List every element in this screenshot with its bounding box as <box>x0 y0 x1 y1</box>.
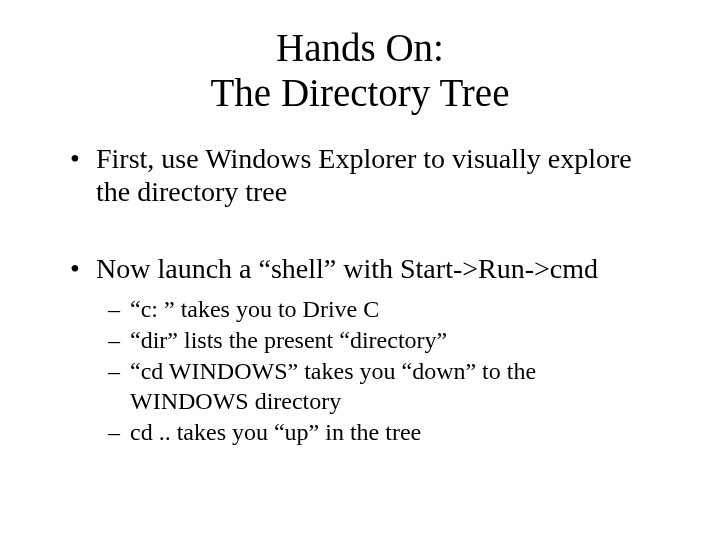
sub-bullet-text: cd .. takes you “up” in the tree <box>130 419 421 445</box>
sub-bullet-text: “cd WINDOWS” takes you “down” to the WIN… <box>130 358 536 413</box>
list-item: “cd WINDOWS” takes you “down” to the WIN… <box>104 357 660 416</box>
list-item: “c: ” takes you to Drive C <box>104 295 660 324</box>
sub-bullet-list: “c: ” takes you to Drive C “dir” lists t… <box>104 295 660 447</box>
title-line-2: The Directory Tree <box>211 71 510 114</box>
sub-bullet-text: “dir” lists the present “directory” <box>130 327 447 353</box>
list-item: Now launch a “shell” with Start->Run->cm… <box>60 252 660 447</box>
sub-bullet-text: “c: ” takes you to Drive C <box>130 296 379 322</box>
list-item: cd .. takes you “up” in the tree <box>104 418 660 447</box>
slide-title: Hands On: The Directory Tree <box>60 26 660 116</box>
bullet-text: Now launch a “shell” with Start->Run->cm… <box>96 253 598 284</box>
title-line-1: Hands On: <box>276 26 444 69</box>
bullet-list: First, use Windows Explorer to visually … <box>60 142 660 447</box>
list-item: “dir” lists the present “directory” <box>104 326 660 355</box>
slide: Hands On: The Directory Tree First, use … <box>0 0 720 540</box>
bullet-text: First, use Windows Explorer to visually … <box>96 143 632 207</box>
list-item: First, use Windows Explorer to visually … <box>60 142 660 208</box>
